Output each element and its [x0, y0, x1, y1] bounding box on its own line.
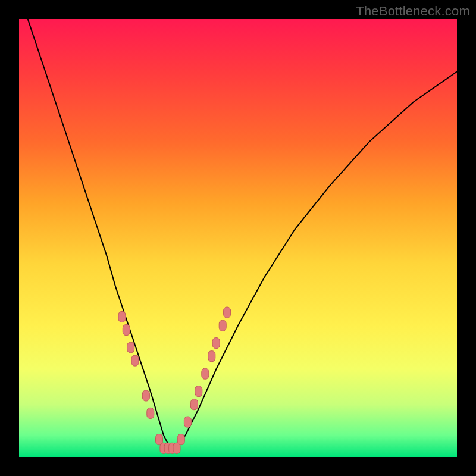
- data-marker: [131, 355, 139, 366]
- chart-svg: [19, 19, 457, 457]
- data-marker: [212, 338, 220, 349]
- data-marker: [123, 325, 130, 336]
- data-marker: [127, 342, 134, 353]
- chart-plot-area: [19, 19, 457, 457]
- data-marker: [118, 312, 126, 322]
- data-marker: [202, 368, 209, 379]
- data-marker: [219, 320, 226, 331]
- chart-frame: TheBottleneck.com: [0, 0, 476, 476]
- data-marker: [147, 408, 154, 418]
- data-marker: [195, 386, 202, 397]
- bottleneck-curve: [28, 19, 457, 448]
- data-marker: [177, 434, 184, 445]
- watermark-text: TheBottleneck.com: [356, 4, 470, 19]
- data-marker: [224, 307, 231, 318]
- data-marker: [208, 351, 215, 362]
- data-marker: [190, 399, 198, 410]
- data-marker: [184, 416, 191, 427]
- data-marker: [142, 390, 149, 401]
